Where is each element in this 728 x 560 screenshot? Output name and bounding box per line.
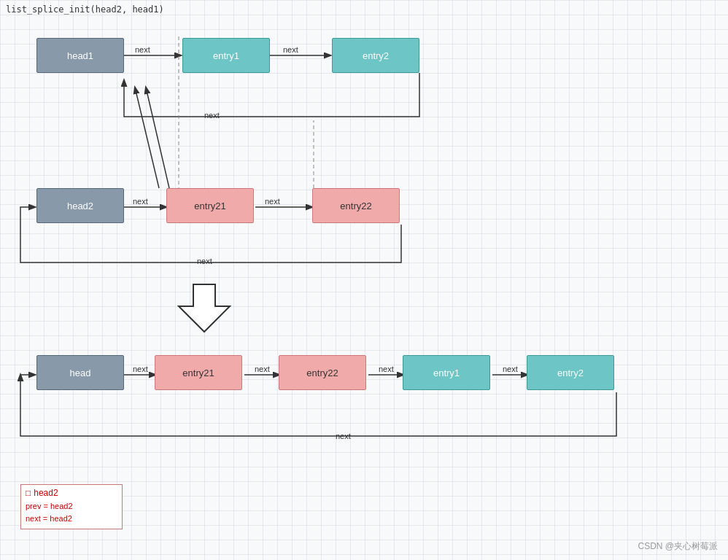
svg-line-2: [135, 88, 159, 188]
legend-row-prev: prev = head2: [26, 500, 117, 513]
legend-row-next: next = head2: [26, 513, 117, 526]
legend-box: □ head2 prev = head2 next = head2: [20, 484, 123, 529]
arrows-svg: [0, 0, 728, 560]
node-entry22: entry22: [312, 188, 400, 223]
title-text: list_splice_init(head2, head1): [6, 4, 164, 15]
next-label-s3-1: next: [133, 365, 148, 373]
next-label-4: next: [133, 197, 148, 206]
legend-title-text: head2: [34, 488, 58, 498]
next-label-2: next: [283, 45, 298, 54]
node-e1: entry1: [403, 355, 490, 390]
next-label-s3-3: next: [379, 365, 394, 373]
main-canvas: list_splice_init(head2, head1): [0, 0, 728, 560]
next-label-s3-bottom: next: [336, 432, 351, 440]
next-label-3: next: [204, 111, 220, 120]
node-e2: entry2: [527, 355, 614, 390]
node-e21: entry21: [155, 355, 242, 390]
node-e22: entry22: [279, 355, 366, 390]
node-entry21: entry21: [166, 188, 254, 223]
next-label-6: next: [197, 257, 212, 265]
next-label-s3-4: next: [503, 365, 518, 373]
legend-title: □ head2: [26, 488, 117, 498]
svg-marker-13: [179, 284, 230, 332]
next-label-5: next: [265, 197, 280, 206]
node-head2: head2: [36, 188, 124, 223]
svg-line-3: [146, 88, 169, 188]
node-head1: head1: [36, 38, 124, 73]
next-label-s3-2: next: [255, 365, 270, 373]
next-label-1: next: [135, 45, 150, 54]
watermark: CSDN @夹心树莓派: [638, 540, 718, 553]
node-entry2: entry2: [332, 38, 419, 73]
title-bar: list_splice_init(head2, head1): [6, 4, 164, 15]
node-head: head: [36, 355, 124, 390]
node-entry1: entry1: [182, 38, 270, 73]
